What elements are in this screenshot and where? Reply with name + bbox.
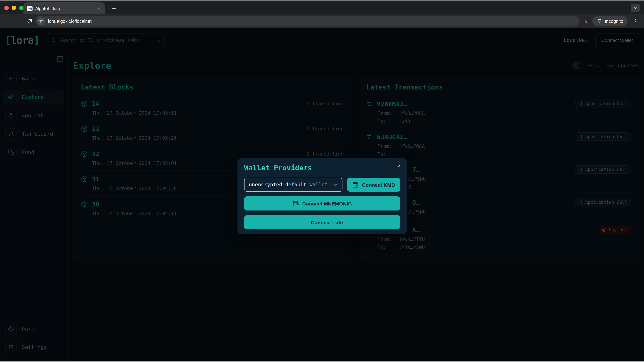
chevron-down-icon [333, 182, 338, 187]
wallet-icon [352, 182, 359, 188]
browser-menu-button[interactable]: ⋮ [630, 18, 641, 24]
lute-icon [301, 219, 308, 225]
wallet-select-value: unencrypted-default-wallet [249, 182, 333, 188]
reload-icon [27, 18, 32, 24]
favicon: [ak] [27, 5, 32, 11]
back-button[interactable]: ← [3, 16, 13, 26]
macos-traffic-lights [4, 6, 24, 10]
tune-icon [39, 19, 43, 23]
new-tab-button[interactable]: + [109, 5, 118, 14]
browser-toolbar: ← → lora.algokit.io/localnet ☆ Incognito… [0, 14, 644, 28]
tab-title: AlgoKit - lora [35, 6, 94, 11]
bookmark-star-icon[interactable]: ☆ [583, 17, 588, 25]
wallet-providers-modal: Wallet Providers ✕ unencrypted-default-w… [238, 158, 407, 234]
forward-button: → [14, 16, 24, 26]
modal-title: Wallet Providers [244, 164, 312, 172]
minimize-window-button[interactable] [12, 6, 16, 10]
reload-button[interactable] [25, 16, 34, 26]
url-bar[interactable]: lora.algokit.io/localnet [36, 16, 579, 26]
browser-tabstrip: [ak] AlgoKit - lora ✕ + [0, 1, 644, 14]
url-text: lora.algokit.io/localnet [48, 18, 92, 24]
incognito-badge: Incognito [592, 16, 628, 26]
incognito-icon [597, 18, 602, 24]
chevron-down-icon [633, 6, 637, 10]
connect-lute-button[interactable]: Connect Lute [244, 215, 400, 229]
window-bottom-edge [0, 361, 644, 362]
connect-kmd-button[interactable]: Connect KMD [347, 178, 400, 192]
close-window-button[interactable] [4, 6, 9, 10]
browser-tab[interactable]: [ak] AlgoKit - lora ✕ [24, 2, 105, 14]
page-viewport: [lora] Search by ID or Address (⌘K) ✕ Lo… [0, 28, 644, 361]
modal-close-icon[interactable]: ✕ [397, 163, 400, 169]
tab-search-button[interactable] [630, 4, 640, 12]
screen: [ak] AlgoKit - lora ✕ + ← → lora.algokit… [0, 0, 644, 362]
site-settings-button[interactable] [37, 17, 45, 25]
connect-mnemonic-button[interactable]: Connect MNEMONIC [244, 196, 400, 211]
wallet-icon [293, 200, 299, 207]
zoom-window-button[interactable] [19, 6, 24, 10]
wallet-select[interactable]: unencrypted-default-wallet [244, 178, 342, 192]
tab-close-icon[interactable]: ✕ [96, 5, 101, 11]
incognito-label: Incognito [605, 18, 623, 24]
